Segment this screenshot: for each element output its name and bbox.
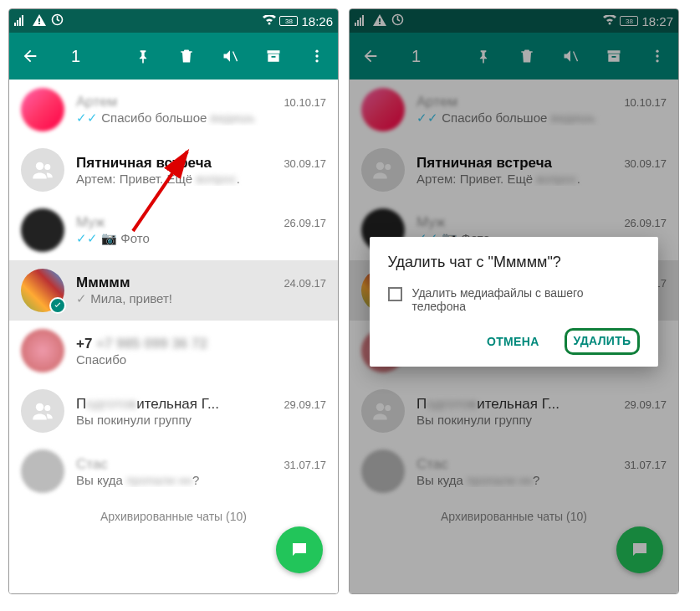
dialog-overlay: Удалить чат с "Ммммм"? Удалить медиафайл… bbox=[350, 9, 678, 593]
wifi-icon bbox=[263, 14, 276, 28]
avatar-group bbox=[21, 389, 64, 433]
svg-point-7 bbox=[268, 23, 271, 25]
sync-icon bbox=[51, 13, 64, 28]
mute-icon[interactable] bbox=[221, 47, 239, 65]
more-icon[interactable] bbox=[308, 47, 326, 65]
checkbox-label: Удалить медиафайлы с вашего телефона bbox=[412, 286, 641, 313]
chat-date: 10.10.17 bbox=[284, 96, 326, 109]
phone-right: 38 18:27 1 Артем10.10.17✓✓ Спасибо больш… bbox=[349, 8, 679, 594]
chat-list: Артем10.10.17 ✓✓ Спасибо большое видишь … bbox=[9, 80, 338, 593]
avatar bbox=[21, 88, 64, 131]
chat-row[interactable]: Пятничная встреча30.09.17 Артем: Привет.… bbox=[9, 140, 338, 200]
new-chat-fab[interactable] bbox=[276, 526, 323, 573]
back-icon[interactable] bbox=[21, 47, 39, 65]
chat-name: Пятничная встреча bbox=[76, 155, 212, 172]
svg-point-13 bbox=[44, 164, 50, 170]
svg-point-15 bbox=[44, 405, 50, 411]
delete-button[interactable]: УДАЛИТЬ bbox=[565, 328, 641, 355]
svg-rect-5 bbox=[38, 23, 40, 24]
archived-chats-link[interactable]: Архивированные чаты (10) bbox=[9, 501, 338, 523]
avatar-group bbox=[21, 148, 64, 192]
avatar bbox=[21, 208, 64, 252]
chat-row-selected[interactable]: Ммммм24.09.17 ✓ Мила, привет! bbox=[9, 260, 338, 321]
chat-date: 30.09.17 bbox=[284, 157, 326, 170]
svg-rect-2 bbox=[19, 18, 21, 26]
svg-rect-3 bbox=[22, 15, 23, 26]
chat-row[interactable]: Стас31.07.17 Вы куда пропали нн? bbox=[9, 441, 338, 501]
chat-name: Стас bbox=[76, 456, 108, 473]
cancel-button[interactable]: ОТМЕНА bbox=[477, 328, 549, 355]
phone-left: 38 18:26 1 А bbox=[8, 8, 339, 594]
svg-point-14 bbox=[36, 403, 43, 411]
archive-icon[interactable] bbox=[264, 47, 283, 65]
svg-point-9 bbox=[315, 54, 318, 57]
delete-chat-dialog: Удалить чат с "Ммммм"? Удалить медиафайл… bbox=[370, 237, 659, 367]
chat-name: +7 +7 985 099 36 72 bbox=[76, 336, 207, 352]
delete-media-checkbox-row[interactable]: Удалить медиафайлы с вашего телефона bbox=[388, 286, 641, 313]
selection-toolbar: 1 bbox=[9, 33, 338, 80]
chat-date: 31.07.17 bbox=[284, 459, 326, 471]
sent-tick-icon: ✓ bbox=[76, 291, 87, 306]
chat-name: Подготовительная Г... bbox=[76, 396, 219, 413]
svg-point-12 bbox=[36, 162, 43, 170]
delete-icon[interactable] bbox=[177, 47, 196, 65]
chat-date: 26.09.17 bbox=[284, 217, 326, 229]
dialog-title: Удалить чат с "Ммммм"? bbox=[388, 254, 641, 271]
warning-icon bbox=[33, 14, 46, 28]
svg-rect-4 bbox=[38, 18, 40, 22]
read-ticks-icon: ✓✓ bbox=[76, 231, 98, 245]
chat-row[interactable]: Муж26.09.17 ✓✓ 📷 Фото bbox=[9, 200, 338, 260]
battery-icon: 38 bbox=[279, 16, 298, 26]
avatar bbox=[21, 449, 64, 493]
selected-check-icon bbox=[49, 297, 66, 314]
chat-date: 29.09.17 bbox=[284, 398, 326, 411]
svg-point-10 bbox=[315, 59, 318, 62]
status-bar: 38 18:26 bbox=[9, 9, 338, 33]
camera-icon: 📷 bbox=[101, 231, 117, 245]
checkbox-icon[interactable] bbox=[388, 287, 402, 301]
svg-point-8 bbox=[315, 50, 318, 53]
chat-date: 24.09.17 bbox=[284, 277, 326, 290]
chat-name: Артем bbox=[76, 94, 117, 110]
svg-rect-0 bbox=[14, 23, 16, 26]
read-ticks-icon: ✓✓ bbox=[76, 110, 98, 125]
chat-row[interactable]: Подготовительная Г...29.09.17 Вы покинул… bbox=[9, 381, 338, 441]
pin-icon[interactable] bbox=[134, 47, 152, 65]
selection-count: 1 bbox=[71, 47, 80, 66]
chat-name: Муж bbox=[76, 214, 105, 231]
svg-rect-1 bbox=[17, 20, 18, 26]
chat-name: Ммммм bbox=[76, 275, 130, 291]
chat-row[interactable]: +7 +7 985 099 36 72 Спасибо bbox=[9, 321, 338, 381]
chat-row[interactable]: Артем10.10.17 ✓✓ Спасибо большое видишь bbox=[9, 80, 338, 140]
status-time: 18:26 bbox=[301, 14, 333, 28]
signal-icon bbox=[14, 14, 28, 28]
avatar bbox=[21, 329, 64, 372]
